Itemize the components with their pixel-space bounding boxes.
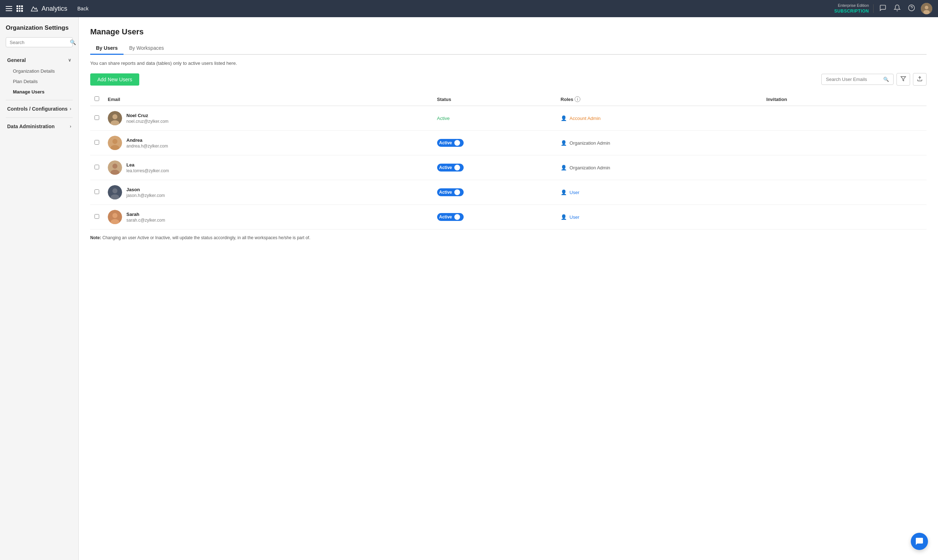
status-cell: Active: [433, 155, 557, 180]
user-name: Sarah: [126, 212, 165, 217]
main-content: Manage Users By Users By Workspaces You …: [79, 17, 938, 560]
user-avatar: [108, 160, 122, 175]
description-text: You can share reports and data (tables) …: [90, 60, 927, 66]
sidebar-section-controls-header[interactable]: Controls / Configurations ›: [6, 103, 73, 115]
search-emails-input[interactable]: [826, 77, 883, 82]
status-cell: Active: [433, 131, 557, 155]
tab-by-workspaces[interactable]: By Workspaces: [123, 42, 170, 55]
status-cell: Active: [433, 205, 557, 229]
svg-point-3: [923, 10, 930, 14]
row-checkbox-cell: [90, 131, 103, 155]
export-button[interactable]: [913, 73, 927, 86]
chat-fab-button[interactable]: [911, 533, 928, 550]
invitation-cell: [762, 106, 927, 131]
logo-icon: [30, 3, 38, 14]
status-toggle[interactable]: Active: [437, 213, 464, 221]
user-email: jason.h@zylker.com: [126, 193, 165, 198]
row-checkbox-cell: [90, 205, 103, 229]
col-header-invitation: Invitation: [762, 93, 927, 106]
status-toggle[interactable]: Active: [437, 164, 464, 171]
back-button[interactable]: Back: [77, 6, 88, 11]
sidebar-section-data-admin: Data Administration ›: [6, 121, 73, 132]
sidebar-search-box[interactable]: 🔍: [6, 37, 73, 47]
role-label: Organization Admin: [570, 165, 610, 171]
role-label: Organization Admin: [570, 140, 610, 146]
status-cell: Active: [433, 106, 557, 131]
user-name: Lea: [126, 162, 169, 168]
search-emails-box[interactable]: 🔍: [821, 74, 893, 85]
chevron-right-icon-2: ›: [70, 124, 71, 129]
row-checkbox[interactable]: [94, 189, 99, 194]
tabs-bar: By Users By Workspaces: [90, 42, 927, 55]
sidebar-item-manage-users[interactable]: Manage Users: [6, 87, 73, 97]
search-emails-icon: 🔍: [883, 77, 889, 82]
user-cell: Lea lea.torres@zylker.com: [103, 155, 433, 180]
hamburger-icon[interactable]: [6, 6, 12, 11]
user-email: andrea.h@zylker.com: [126, 143, 168, 149]
sidebar-section-general-label: General: [7, 57, 26, 63]
role-label: Account Admin: [570, 115, 601, 121]
col-header-roles: Roles i: [557, 93, 762, 106]
org-admin-icon: 👤: [561, 140, 567, 146]
row-checkbox[interactable]: [94, 165, 99, 169]
role-cell: 👤Account Admin: [557, 106, 762, 131]
sidebar-section-data-admin-header[interactable]: Data Administration ›: [6, 121, 73, 132]
sidebar-item-org-details[interactable]: Organization Details: [6, 66, 73, 76]
row-checkbox[interactable]: [94, 214, 99, 219]
app-title: Analytics: [42, 5, 67, 12]
user-email: lea.torres@zylker.com: [126, 168, 169, 173]
sidebar-search-input[interactable]: [10, 40, 70, 45]
user-info: Andrea andrea.h@zylker.com: [126, 137, 168, 149]
sidebar-divider-1: [6, 100, 73, 100]
user-info: Noel Cruz noel.cruz@zylker.com: [126, 113, 169, 124]
status-toggle[interactable]: Active: [437, 188, 464, 196]
user-info: Lea lea.torres@zylker.com: [126, 162, 169, 173]
user-role-icon: 👤: [561, 189, 567, 195]
sidebar-search-icon: 🔍: [70, 39, 76, 45]
sidebar-title: Organization Settings: [6, 25, 73, 31]
user-avatar: [108, 136, 122, 150]
col-header-status: Status: [433, 93, 557, 106]
sidebar-section-general: General ∨ Organization Details Plan Deta…: [6, 54, 73, 97]
roles-info-icon[interactable]: i: [575, 96, 580, 102]
sidebar-item-plan-details[interactable]: Plan Details: [6, 76, 73, 87]
col-header-email: Email: [103, 93, 433, 106]
status-toggle[interactable]: Active: [437, 139, 464, 147]
help-icon[interactable]: [907, 3, 916, 15]
sidebar-divider-2: [6, 117, 73, 118]
user-name: Andrea: [126, 137, 168, 143]
user-name: Noel Cruz: [126, 113, 169, 118]
user-name: Jason: [126, 187, 165, 192]
user-avatar: [108, 111, 122, 125]
toolbar: Add New Users 🔍: [90, 73, 927, 86]
user-cell: Andrea andrea.h@zylker.com: [103, 131, 433, 155]
svg-point-15: [112, 188, 117, 193]
nav-divider: [873, 4, 873, 13]
tab-by-users[interactable]: By Users: [90, 42, 123, 55]
org-admin-icon: 👤: [561, 165, 567, 171]
user-avatar-nav[interactable]: [921, 3, 932, 14]
svg-point-12: [112, 164, 117, 169]
page-title: Manage Users: [90, 27, 927, 37]
invitation-cell: [762, 205, 927, 229]
add-new-users-button[interactable]: Add New Users: [90, 74, 139, 86]
role-cell: 👤Organization Admin: [557, 131, 762, 155]
role-label: User: [570, 190, 579, 195]
select-all-checkbox[interactable]: [94, 96, 99, 101]
row-checkbox[interactable]: [94, 115, 99, 120]
note-text: Note: Changing an user Active or Inactiv…: [90, 235, 927, 240]
table-row: Lea lea.torres@zylker.com Active 👤Organi…: [90, 155, 927, 180]
sidebar-section-controls-label: Controls / Configurations: [7, 106, 68, 112]
svg-point-9: [112, 139, 117, 144]
filter-button[interactable]: [896, 73, 910, 86]
svg-marker-4: [901, 77, 906, 81]
sidebar-section-general-header[interactable]: General ∨: [6, 54, 73, 66]
grid-icon[interactable]: [17, 5, 23, 12]
notifications-icon[interactable]: [892, 3, 902, 15]
role-cell: 👤User: [557, 205, 762, 229]
row-checkbox[interactable]: [94, 140, 99, 145]
role-cell: 👤Organization Admin: [557, 155, 762, 180]
users-table: Email Status Roles i Invitation: [90, 93, 927, 229]
chat-icon[interactable]: [878, 3, 888, 15]
sidebar-section-controls: Controls / Configurations ›: [6, 103, 73, 115]
